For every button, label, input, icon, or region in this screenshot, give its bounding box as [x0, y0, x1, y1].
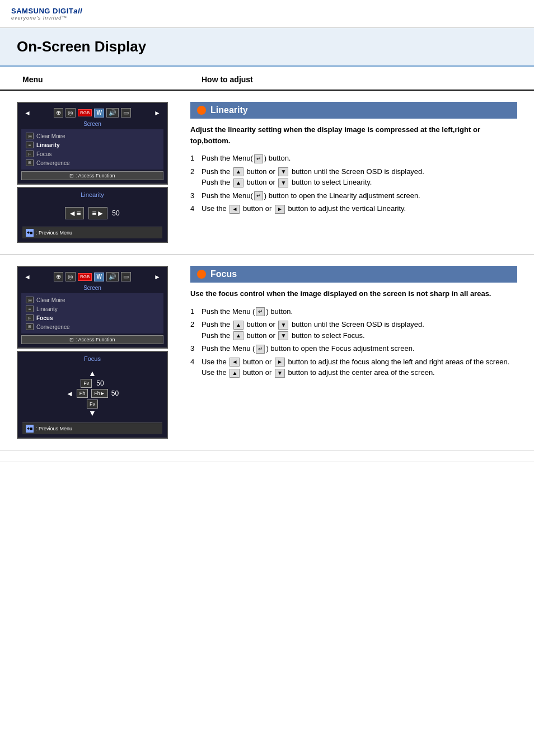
arrow-left-icon: ◄	[24, 109, 31, 117]
linearity-icon-2: ≡	[26, 306, 34, 312]
clear-moire-label-2: Clear Moire	[36, 297, 65, 303]
focus-step-text-1: Push the Menu (↵) button.	[202, 306, 517, 317]
page-title: On-Screen Display	[17, 38, 517, 55]
clear-moire-icon-2: ◎	[26, 297, 34, 303]
sub-screen-focus-title: Focus	[22, 355, 162, 362]
convergence-icon-2: ⊞	[26, 323, 34, 330]
section-focus: ◄ ⊕ ◎ RGB W 🔊 ▭ ► Screen ◎ Clear Moire	[0, 255, 534, 450]
focus-summary: Use the focus control when the image dis…	[190, 288, 517, 299]
fv-down-arrow: ▼	[88, 408, 96, 417]
osd-item-focus-2: F Focus	[26, 313, 159, 322]
left-btn-inline: ◄	[229, 205, 240, 214]
osd-icon-screen-2: W	[94, 273, 104, 281]
clear-moire-label: Clear Moire	[36, 133, 65, 139]
menu-btn-f1: ↵	[256, 307, 265, 316]
focus-title: Focus	[210, 269, 237, 279]
focus-steps: 1 Push the Menu (↵) button. 2 Push the ▲…	[190, 306, 517, 378]
step-text-1: Push the Menu(↵) button.	[202, 153, 517, 164]
fv-box-bottom: Fv	[87, 400, 98, 408]
column-headers: Menu How to adjust	[0, 69, 534, 91]
prev-icon-2: +■	[26, 425, 34, 433]
arrow-right-icon: ►	[154, 109, 161, 117]
section-linearity: ◄ ⊕ ◎ RGB W 🔊 ▭ ► Screen ◎ Clear Moire	[0, 91, 534, 255]
fh-right-box: Fh►	[91, 389, 107, 398]
linearity-icon: ≡	[26, 142, 34, 148]
up-btn-inline: ▲	[233, 167, 243, 176]
convergence-label-2: Convergence	[36, 324, 69, 330]
linearity-step-1: 1 Push the Menu(↵) button.	[190, 153, 517, 164]
convergence-label: Convergence	[36, 160, 69, 166]
clear-moire-icon: ◎	[26, 133, 34, 139]
osd-icon-position-2: ⊕	[54, 272, 63, 281]
osd-item-focus: F Focus	[26, 149, 159, 158]
fv-box-top: Fv	[81, 379, 92, 388]
focus-left-panel: ◄ ⊕ ◎ RGB W 🔊 ▭ ► Screen ◎ Clear Moire	[17, 266, 179, 439]
logo-tagline: everyone's Invited™	[11, 15, 523, 21]
fv-up-arrow: ▲	[88, 369, 96, 378]
osd-icon-rgb: RGB	[78, 109, 92, 117]
down-btn-inline: ▼	[278, 167, 288, 176]
left-btn-f4a: ◄	[229, 358, 240, 367]
prev-icon: +■	[26, 229, 34, 237]
osd-screen-focus: ◄ ⊕ ◎ RGB W 🔊 ▭ ► Screen ◎ Clear Moire	[17, 266, 168, 349]
osd-item-clear-moire-2: ◎ Clear Moire	[26, 295, 159, 304]
prev-label: : Previous Menu	[36, 230, 72, 236]
osd-topbar-focus: ◄ ⊕ ◎ RGB W 🔊 ▭ ►	[21, 270, 163, 283]
focus-step-4: 4 Use the ◄ button or ► button to adjust…	[190, 356, 517, 378]
osd-screen-label-2: Screen	[21, 285, 163, 291]
fh-left-box: Fh	[77, 389, 88, 398]
focus-step-num-2: 2	[190, 319, 202, 341]
linearity-summary: Adjust the linearity setting when the di…	[190, 124, 517, 146]
footer-spacer	[0, 462, 534, 574]
osd-icon-misc: 🔊	[106, 108, 119, 118]
arrow-right-icon-2: ►	[154, 273, 161, 281]
focus-step-text-3: Push the Menu (↵) button to open the Foc…	[202, 343, 517, 354]
focus-step-2: 2 Push the ▲ button or ▼ button until th…	[190, 319, 517, 341]
step-num-1: 1	[190, 153, 202, 164]
logo-top: SAMSUNG DIGITall	[11, 7, 523, 15]
osd-item-convergence: ⊞ Convergence	[26, 158, 159, 167]
osd-icon-position: ⊕	[54, 108, 63, 118]
linearity-steps: 1 Push the Menu(↵) button. 2 Push the ▲ …	[190, 153, 517, 214]
convergence-icon: ⊞	[26, 159, 34, 166]
osd-menu-items-focus: ◎ Clear Moire ≡ Linearity F Focus ⊞ Conv…	[21, 293, 163, 334]
focus-step-text-4: Use the ◄ button or ► button to adjust t…	[202, 356, 517, 378]
linearity-controls: ◄≡ ≡► 50	[22, 203, 162, 224]
linearity-increase-btn[interactable]: ≡►	[88, 207, 107, 219]
up-btn-f2a: ▲	[233, 321, 243, 330]
down-btn-f2b: ▼	[278, 331, 288, 340]
osd-icon-misc-2: 🔊	[106, 272, 119, 281]
right-btn-inline: ►	[275, 205, 285, 214]
osd-item-clear-moire: ◎ Clear Moire	[26, 132, 159, 140]
up-btn-f4b: ▲	[229, 369, 240, 378]
down-btn-inline2: ▼	[278, 179, 288, 187]
step-num-3: 3	[190, 190, 202, 201]
linearity-value: 50	[112, 209, 119, 217]
focus-icon: F	[26, 151, 34, 157]
fh-value: 50	[111, 389, 119, 397]
col-how-header: How to adjust	[179, 75, 517, 84]
osd-item-convergence-2: ⊞ Convergence	[26, 322, 159, 331]
osd-icon-group: ⊕ ◎ RGB W 🔊 ▭	[54, 108, 131, 118]
osd-icon-screen: W	[94, 109, 104, 118]
fh-left-arrow: ◄	[66, 389, 73, 398]
right-btn-f4a: ►	[275, 358, 285, 367]
osd-screen-linearity: ◄ ⊕ ◎ RGB W 🔊 ▭ ► Screen ◎ Clear Moire	[17, 102, 168, 185]
linearity-decrease-btn[interactable]: ◄≡	[65, 207, 84, 219]
focus-icon-2: F	[26, 314, 34, 321]
col-menu-header: Menu	[17, 75, 179, 84]
osd-item-linearity-2: ≡ Linearity	[26, 304, 159, 313]
osd-screen-label: Screen	[21, 121, 163, 127]
up-btn-f2b: ▲	[233, 331, 243, 340]
linearity-step-2: 2 Push the ▲ button or ▼ button until th…	[190, 166, 517, 188]
focus-step-num-4: 4	[190, 356, 202, 378]
focus-controls: ▲ Fv 50 ◄ Fh Fh► 50 Fv ▼	[22, 367, 162, 420]
focus-step-text-2: Push the ▲ button or ▼ button until the …	[202, 319, 517, 341]
osd-menu-items-linearity: ◎ Clear Moire ≡ Linearity F Focus ⊞ Conv…	[21, 129, 163, 170]
linearity-step-4: 4 Use the ◄ button or ► button to adjust…	[190, 203, 517, 214]
step-num-2: 2	[190, 166, 202, 188]
menu-btn-inline2: ↵	[254, 191, 263, 200]
fh-row: ◄ Fh Fh► 50	[66, 389, 119, 398]
prev-label-2: : Previous Menu	[36, 426, 72, 431]
page-title-bar: On-Screen Display	[0, 28, 534, 67]
